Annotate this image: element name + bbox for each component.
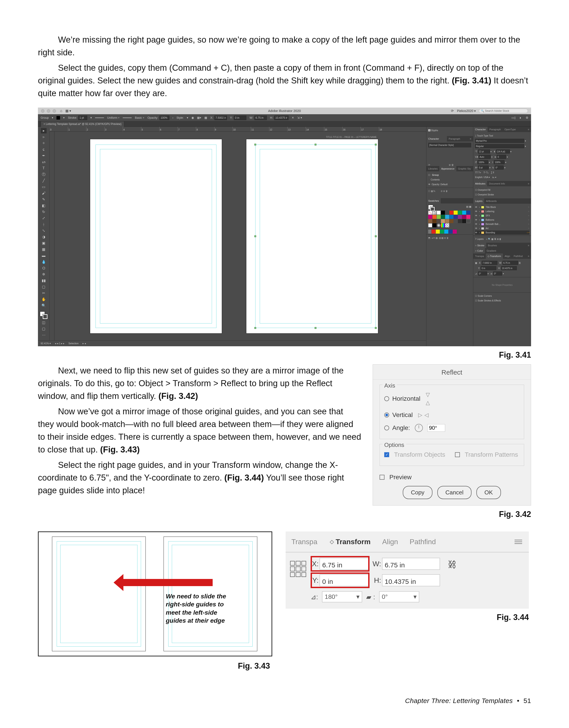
stroke-panel-tab[interactable]: ○ Stroke [473, 243, 486, 248]
font-family-input[interactable] [475, 139, 524, 143]
kerning-input[interactable] [479, 155, 491, 159]
layer-item[interactable]: Art [486, 227, 488, 230]
font-size-input[interactable] [478, 149, 490, 153]
layers-tab[interactable]: Layers [473, 198, 484, 204]
swatches-tab[interactable]: Swatches [426, 198, 441, 203]
vertical-radio[interactable]: Vertical ▷ ◁ [384, 409, 519, 421]
layer-item[interactable]: Balloons [486, 218, 494, 222]
lasso-tool-icon[interactable]: ɕ [41, 147, 47, 152]
symbol-sprayer-tool-icon[interactable]: ✲ [41, 272, 47, 277]
language-select[interactable]: English: USA [475, 176, 488, 178]
hand-tool-icon[interactable]: ✋ [41, 297, 47, 302]
selection-handle[interactable] [254, 327, 256, 329]
fill-stroke-swatch[interactable] [40, 311, 48, 319]
selection-tool-icon[interactable]: ▸ [41, 128, 47, 133]
hscale-input[interactable] [494, 160, 505, 164]
rotate-tool-icon[interactable]: ↻ [41, 209, 47, 215]
libraries-tab[interactable]: Libraries [426, 166, 439, 171]
recolor-icon[interactable]: ◉ [191, 116, 194, 120]
char-styles-tab[interactable]: Character Styles [426, 136, 447, 141]
tab-transform[interactable]: ◇ Transform [323, 531, 376, 552]
perspective-tool-icon[interactable]: ▣ [41, 241, 47, 246]
scale-tool-icon[interactable]: ⤢ [41, 216, 47, 221]
shear-input[interactable]: 0°▾ [379, 591, 419, 602]
para-styles-tab[interactable]: Paragraph Styles [447, 136, 468, 141]
stroke-profile[interactable]: Uniform [107, 116, 120, 120]
rectangle-tool-icon[interactable]: ▭ [41, 184, 47, 190]
selection-handle[interactable] [315, 144, 316, 145]
shaper-tool-icon[interactable]: ✎ [41, 197, 47, 202]
paragraph-tab[interactable]: Paragraph [488, 127, 503, 132]
transform-rotate-input[interactable] [478, 272, 487, 276]
glyphs-tab[interactable]: Glyphs [431, 129, 438, 132]
align-icon[interactable]: ▦▾ [197, 116, 201, 120]
panel-menu-icon[interactable] [508, 540, 529, 544]
draw-mode-icon[interactable]: ◫ [41, 320, 47, 325]
opacity-input[interactable] [160, 116, 169, 120]
overprint-fill-check[interactable]: Overprint Fill [478, 189, 490, 191]
tab-align[interactable]: Align [376, 531, 404, 552]
y-input[interactable]: 0 in [320, 574, 369, 586]
brush-line[interactable] [123, 118, 132, 118]
attributes-tab[interactable]: Attributes [473, 181, 487, 186]
swatch-group[interactable] [428, 229, 471, 234]
transform-objects-check[interactable]: ✓ [384, 452, 389, 457]
line-tool-icon[interactable]: ╱ [41, 178, 47, 183]
edit-icon[interactable]: ⇲ ▾ [297, 116, 302, 120]
pen-tool-icon[interactable]: ✒ [41, 153, 47, 158]
zoom-level[interactable]: 92.41% ▾ [41, 342, 51, 345]
eyedropper-tool-icon[interactable]: 💧 [41, 259, 47, 265]
canvas[interactable]: TITLE-TITLE 01 – PAGE 01 – LETTERER'S NA… [54, 132, 426, 340]
scale-strokes-check[interactable]: Scale Strokes & Effects [478, 299, 501, 302]
column-graph-tool-icon[interactable]: ▮▮ [41, 278, 47, 283]
type-tool-icon[interactable]: T [41, 166, 47, 171]
touch-type-tool-icon[interactable]: Ⓣ [41, 172, 47, 177]
direct-selection-tool-icon[interactable]: ▹ [41, 134, 47, 140]
swatch-fill-stroke[interactable] [428, 205, 433, 210]
align-panel-tab[interactable]: Align [503, 253, 512, 259]
free-transform-tool-icon[interactable]: ⤡ [41, 228, 47, 233]
selection-handle[interactable] [254, 144, 256, 145]
rotate-input[interactable]: 180°▾ [322, 591, 362, 602]
paintbrush-tool-icon[interactable]: 🖌 [41, 191, 47, 196]
mesh-tool-icon[interactable]: ▦ [41, 247, 47, 252]
angle-radio[interactable]: Angle: [384, 421, 519, 434]
document-tab[interactable]: × Lettering Template Spread.ai* @ 92.41%… [41, 121, 124, 127]
docinfo-tab[interactable]: Document Info [487, 181, 507, 186]
transform-shear-input[interactable] [493, 272, 502, 276]
opentype-tab[interactable]: OpenType [503, 127, 518, 132]
tab-pathfinder[interactable]: Pathfind [404, 531, 442, 552]
artboard-nav[interactable]: ◂ ◂ 1 ▸ ▸ [55, 342, 64, 345]
tab-transparency[interactable]: Transpa [286, 531, 323, 552]
layer-item[interactable]: Lettering [486, 210, 494, 213]
char-rotate-input[interactable] [495, 166, 504, 170]
link-wh-icon[interactable]: ⛓̸ [448, 558, 457, 571]
x-input[interactable]: 6.75 in [320, 558, 369, 570]
isolate-icon[interactable]: ✕ [292, 116, 294, 120]
appearance-tab[interactable]: Appearance [439, 166, 456, 171]
reference-point-icon[interactable] [290, 561, 306, 577]
h-input[interactable]: 10.4375 in [382, 574, 440, 586]
swatch-grid[interactable] [428, 210, 471, 227]
selected-guides-inner[interactable] [260, 149, 371, 324]
graphic-styles-tab[interactable]: Graphic Sty [456, 166, 473, 171]
color-panel-tab[interactable]: ○ Color [473, 248, 485, 253]
transparency-panel-tab[interactable]: Transpa [473, 253, 486, 259]
gradient-panel-tab[interactable]: Gradient [485, 248, 498, 253]
angle-input[interactable] [427, 424, 445, 432]
artboards-tab[interactable]: Artboards [484, 198, 498, 204]
artboard-tool-icon[interactable]: ▢ [41, 284, 47, 290]
magic-wand-tool-icon[interactable]: ✧ [41, 141, 47, 146]
touch-type-tool-button[interactable]: ⌶ Touch Type Tool [475, 133, 529, 138]
selection-handle[interactable] [315, 327, 316, 329]
vscale-input[interactable] [478, 160, 488, 164]
font-weight-input[interactable] [475, 144, 524, 148]
character-tab[interactable]: Character [473, 127, 488, 132]
stock-search-input[interactable]: 🔍 Search Adobe Stock [479, 109, 528, 113]
layer-item[interactable]: Bounding [486, 231, 495, 234]
zoom-tool-icon[interactable]: 🔍 [41, 303, 47, 308]
w-input[interactable] [254, 116, 267, 120]
gpu-icon[interactable]: ⏵ [519, 116, 522, 120]
scale-corners-check[interactable]: Scale Corners [478, 295, 492, 297]
width-tool-icon[interactable]: ⟊ [41, 222, 47, 227]
